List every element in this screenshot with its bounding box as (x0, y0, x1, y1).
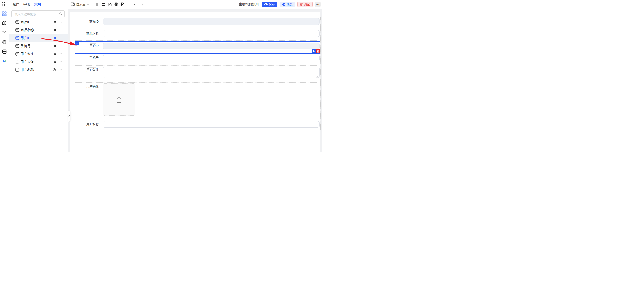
outline-item-phone[interactable]: 手机号 (9, 42, 68, 50)
database-icon (2, 31, 7, 35)
redo-icon[interactable] (140, 2, 143, 7)
device-mode-select[interactable]: 自适应 (70, 2, 89, 7)
top-toolbar: 组件 字段 大纲 自适应 (0, 0, 322, 9)
more-actions-button[interactable]: ··· (315, 2, 321, 7)
selected-row-actions (312, 49, 320, 53)
undo-icon[interactable] (133, 2, 137, 7)
rail-item-apps[interactable] (2, 11, 7, 16)
eye-icon[interactable] (52, 68, 56, 72)
form-row-user-note[interactable]: 用户备注 (75, 66, 320, 83)
form-row-user-name[interactable]: 用户名称 (75, 120, 320, 132)
outline-item-label: 用户头像 (20, 58, 34, 66)
export-doc-icon[interactable] (121, 2, 124, 7)
form-designer-app: 组件 字段 大纲 自适应 (0, 0, 322, 152)
text-input-icon (16, 36, 19, 40)
textarea-input[interactable] (103, 67, 320, 78)
app-grid-icon[interactable] (2, 2, 7, 6)
outline-panel: 商品ID 商品名称 用户ID 手机号 (9, 8, 68, 152)
design-canvas[interactable]: 商品ID 商品名称 用户I (68, 8, 322, 152)
print-icon[interactable] (114, 2, 118, 7)
eye-icon[interactable] (52, 52, 56, 56)
columns-layout-icon[interactable] (102, 2, 105, 7)
delete-button[interactable] (316, 49, 320, 53)
outline-item-user-id[interactable]: 用户ID (9, 34, 68, 42)
avatar-upload-dropzone[interactable] (103, 83, 135, 116)
outline-item-label: 用户名称 (20, 66, 34, 74)
text-input[interactable] (103, 30, 320, 37)
text-input-disabled[interactable] (103, 43, 320, 49)
form-row-product-name[interactable]: 商品名称 (75, 30, 320, 41)
tab-components[interactable]: 组件 (12, 0, 19, 8)
rail-item-web[interactable] (2, 40, 7, 45)
divider (92, 2, 92, 7)
grid-guides-icon[interactable] (95, 2, 99, 7)
form-root-container[interactable]: 商品ID 商品名称 用户I (75, 17, 321, 132)
field-label: 用户ID (88, 43, 100, 48)
device-mode-value: 自适应 (76, 2, 86, 6)
resize-grip[interactable] (316, 75, 319, 77)
preview-button[interactable]: 预览 (280, 2, 295, 7)
field-label: 用户头像 (84, 84, 100, 89)
rail-item-knowledge[interactable] (2, 21, 7, 26)
duplicate-icon (312, 50, 315, 52)
duplicate-button[interactable] (312, 49, 316, 53)
field-label: 商品名称 (84, 31, 100, 36)
more-dots-icon[interactable] (58, 28, 62, 32)
form-edit-icon[interactable] (108, 2, 112, 7)
form-row-phone[interactable]: 手机号 (75, 54, 320, 66)
more-dots-icon[interactable] (58, 20, 62, 24)
form-row-product-id[interactable]: 商品ID (75, 18, 320, 30)
outline-item-user-avatar[interactable]: 用户头像 (9, 58, 68, 66)
text-input[interactable] (103, 55, 320, 62)
eye-icon[interactable] (52, 44, 56, 48)
panel-collapse-handle[interactable] (68, 111, 70, 122)
chevron-left-icon (68, 115, 70, 117)
clear-button-label: 清空 (304, 2, 310, 6)
tab-fields[interactable]: 字段 (24, 0, 30, 8)
outline-item-label: 用户备注 (20, 50, 34, 58)
text-input-icon (16, 28, 19, 32)
field-label: 商品ID (88, 19, 100, 24)
text-input-disabled[interactable] (103, 18, 320, 25)
form-row-user-id[interactable]: 用户ID (75, 41, 320, 54)
drag-handle[interactable] (75, 41, 79, 45)
more-dots-icon[interactable] (58, 68, 62, 72)
more-dots-icon[interactable] (58, 36, 62, 40)
ellipsis-icon: ··· (316, 3, 320, 6)
trash-icon (300, 3, 303, 6)
outline-item-product-name[interactable]: 商品名称 (9, 26, 68, 34)
move-icon (76, 42, 78, 45)
eye-icon[interactable] (52, 28, 56, 32)
more-dots-icon[interactable] (58, 44, 62, 48)
outline-item-product-id[interactable]: 商品ID (9, 18, 68, 26)
field-label: 用户名称 (84, 122, 100, 127)
eye-icon[interactable] (52, 36, 56, 40)
responsive-device-icon (70, 2, 75, 7)
eye-icon[interactable] (52, 60, 56, 64)
outline-item-label: 商品名称 (20, 26, 34, 34)
outline-item-user-name[interactable]: 用户名称 (9, 66, 68, 74)
eye-icon[interactable] (52, 20, 56, 24)
text-input[interactable] (103, 121, 320, 128)
rail-item-ai[interactable]: AI (2, 59, 7, 64)
form-row-user-avatar[interactable]: 用户头像 (75, 83, 320, 120)
drag-rule-hint: 生成拖拽规则 (239, 2, 258, 6)
more-dots-icon[interactable] (58, 60, 62, 64)
clear-button[interactable]: 清空 (298, 2, 312, 7)
topbar-actions: 生成拖拽规则 保存 预览 清空 (239, 0, 321, 8)
globe-icon (2, 40, 7, 44)
field-search[interactable] (12, 10, 65, 17)
search-input[interactable] (14, 11, 58, 17)
more-dots-icon[interactable] (58, 52, 62, 56)
ai-logo-i: I (5, 59, 6, 63)
rail-item-code[interactable] (2, 49, 7, 54)
search-icon[interactable] (59, 12, 63, 16)
divider (9, 0, 9, 8)
save-button[interactable]: 保存 (262, 2, 278, 7)
ai-logo-a: A (2, 59, 5, 63)
rail-item-data[interactable] (2, 30, 7, 35)
tab-outline[interactable]: 大纲 (34, 0, 41, 8)
outline-item-user-note[interactable]: 用户备注 (9, 50, 68, 58)
chevron-down-icon (87, 4, 89, 5)
code-icon (2, 50, 7, 54)
